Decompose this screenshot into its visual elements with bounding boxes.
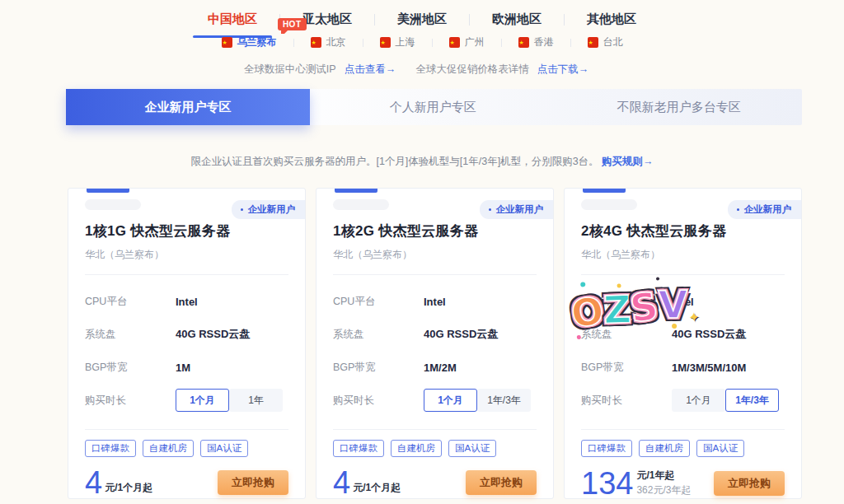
user-zone-tab-bar: 企业新用户专区 个人新用户专区 不限新老用户多台专区 <box>66 89 802 125</box>
duration-option-1month[interactable]: 1个月 <box>176 389 229 412</box>
download-price-link[interactable]: 点击下载→ <box>537 63 589 77</box>
hot-badge: HOT <box>278 18 307 30</box>
spec-row-disk: 系统盘 40G RSSD云盘 <box>581 318 785 351</box>
enterprise-badge: 企业新用户 <box>232 200 306 219</box>
region-tab-americas[interactable]: 美洲地区 <box>375 8 469 30</box>
purchase-notice: 限企业认证且首次购买云服务器的用户。[1个月]体验机型与[1年/3年]机型，分别… <box>0 155 844 169</box>
spec-row-disk: 系统盘 40G RSSD云盘 <box>85 318 288 351</box>
region-tab-europe[interactable]: 欧洲地区 <box>470 8 564 30</box>
region-tab-label: 中国地区 <box>208 12 257 26</box>
price-row: 134 元/1年起 362元/3年起 立即抢购 <box>581 469 785 497</box>
divider <box>581 429 785 430</box>
spec-row-duration: 购买时长 1个月 1年/3年 <box>581 384 785 417</box>
spec-label: 购买时长 <box>333 394 424 408</box>
tab-enterprise-new-user[interactable]: 企业新用户专区 <box>66 89 310 125</box>
duration-option-1month[interactable]: 1个月 <box>672 389 725 412</box>
city-tab-ulanqab[interactable]: ★ 乌兰察布 HOT <box>205 34 293 51</box>
region-tab-label: 美洲地区 <box>397 12 447 26</box>
view-ip-link[interactable]: 点击查看→ <box>345 63 396 77</box>
duration-option-1-3year[interactable]: 1年/3年 <box>477 389 531 412</box>
spec-value: Intel <box>424 296 446 308</box>
tag-popular: 口碑爆款 <box>85 440 136 457</box>
buy-now-button[interactable]: 立即抢购 <box>714 471 785 496</box>
price-unit-block: 元/1年起 362元/3年起 <box>636 469 691 497</box>
city-tab-guangzhou[interactable]: ★ 广州 <box>433 34 501 51</box>
spec-value: 1M <box>176 362 190 374</box>
server-card-2c4g: 企业新用户 2核4G 快杰型云服务器 华北（乌兰察布） CPU平台 Intel … <box>564 188 802 499</box>
buy-now-button[interactable]: 立即抢购 <box>466 470 537 495</box>
price-number: 4 <box>333 469 350 497</box>
server-card-list: 企业新用户 1核1G 快杰型云服务器 华北（乌兰察布） CPU平台 Intel … <box>68 188 802 499</box>
china-flag-icon: ★ <box>518 37 529 48</box>
card-region: 华北（乌兰察布） <box>85 248 288 262</box>
city-tab-shanghai[interactable]: ★ 上海 <box>363 34 432 51</box>
spec-label: BGP带宽 <box>85 361 176 375</box>
spec-row-cpu: CPU平台 Intel <box>581 285 785 318</box>
tag-own-datacenter: 自建机房 <box>391 440 442 457</box>
price: 4 元/1个月起 <box>333 469 401 497</box>
spec-value: 1M/2M <box>424 362 457 374</box>
card-title: 1核2G 快杰型云服务器 <box>333 222 537 240</box>
spec-row-bandwidth: BGP带宽 1M <box>85 351 288 384</box>
server-card-1c2g: 企业新用户 1核2G 快杰型云服务器 华北（乌兰察布） CPU平台 Intel … <box>316 188 554 499</box>
ip-test-label: 全球数据中心测试IP <box>244 63 336 77</box>
badge-label: 企业新用户 <box>496 204 544 214</box>
spec-label: BGP带宽 <box>333 361 424 375</box>
spec-label: BGP带宽 <box>581 361 672 375</box>
badge-dot-icon <box>737 208 739 211</box>
spec-label: CPU平台 <box>85 295 176 309</box>
tag-popular: 口碑爆款 <box>581 440 632 457</box>
duration-options: 1个月 1年/3年 <box>672 389 779 412</box>
region-tab-other[interactable]: 其他地区 <box>565 8 659 30</box>
info-links-row: 全球数据中心测试IP 点击查看→ 全球大促促销价格表详情 点击下载→ <box>0 63 844 77</box>
badge-dot-icon <box>241 208 243 211</box>
spec-list: CPU平台 Intel 系统盘 40G RSSD云盘 BGP带宽 1M/2M 购… <box>333 275 537 417</box>
city-label: 上海 <box>396 35 415 49</box>
duration-option-1-3year[interactable]: 1年/3年 <box>725 389 779 412</box>
badge-dot-icon <box>489 208 491 211</box>
spec-value: 40G RSSD云盘 <box>672 327 746 342</box>
region-tab-label: 亚太地区 <box>302 12 352 26</box>
spec-value: Intel <box>672 296 694 308</box>
faded-label-placeholder <box>581 199 637 210</box>
purchase-rules-link[interactable]: 购买规则→ <box>602 156 654 167</box>
china-flag-icon: ★ <box>311 37 321 48</box>
duration-options: 1个月 1年/3年 <box>424 389 531 412</box>
tag-popular: 口碑爆款 <box>333 440 384 457</box>
notice-text: 限企业认证且首次购买云服务器的用户。[1个月]体验机型与[1年/3年]机型，分别… <box>190 156 598 167</box>
tab-personal-new-user[interactable]: 个人新用户专区 <box>310 89 556 125</box>
city-tab-hongkong[interactable]: ★ 香港 <box>502 34 570 51</box>
duration-option-1year[interactable]: 1年 <box>229 389 283 412</box>
duration-options: 1个月 1年 <box>176 389 283 412</box>
badge-label: 企业新用户 <box>248 204 296 214</box>
tag-certified: 国A认证 <box>448 440 496 457</box>
china-flag-icon: ★ <box>449 37 460 48</box>
tab-multi-server[interactable]: 不限新老用户多台专区 <box>556 89 803 125</box>
price: 134 元/1年起 362元/3年起 <box>581 469 691 497</box>
card-accent-bar <box>87 189 129 193</box>
badge-label: 企业新用户 <box>744 204 792 214</box>
faded-label-placeholder <box>333 199 389 210</box>
spec-value: 40G RSSD云盘 <box>424 327 498 342</box>
city-tab-beijing[interactable]: ★ 北京 <box>294 34 363 51</box>
spec-label: 购买时长 <box>85 394 176 408</box>
faded-label-placeholder <box>85 199 141 210</box>
china-flag-icon: ★ <box>380 37 391 48</box>
price-unit: 元/1个月起 <box>353 481 401 497</box>
card-accent-bar <box>335 189 377 193</box>
spec-label: 系统盘 <box>581 328 672 342</box>
card-title: 2核4G 快杰型云服务器 <box>581 222 785 240</box>
city-tab-taipei[interactable]: ★ 台北 <box>571 34 640 51</box>
region-tab-china[interactable]: 中国地区 <box>185 8 279 30</box>
promo-price-label: 全球大促促销价格表详情 <box>415 63 529 77</box>
feature-tags: 口碑爆款 自建机房 国A认证 <box>581 440 785 457</box>
spec-row-bandwidth: BGP带宽 1M/3M/5M/10M <box>581 351 785 384</box>
duration-option-1month[interactable]: 1个月 <box>424 389 477 412</box>
spec-label: CPU平台 <box>333 295 424 309</box>
spec-label: 购买时长 <box>581 394 672 408</box>
tag-certified: 国A认证 <box>696 440 744 457</box>
buy-now-button[interactable]: 立即抢购 <box>218 470 288 495</box>
card-region: 华北（乌兰察布） <box>333 248 537 262</box>
divider <box>85 429 288 430</box>
spec-value: Intel <box>176 296 198 308</box>
